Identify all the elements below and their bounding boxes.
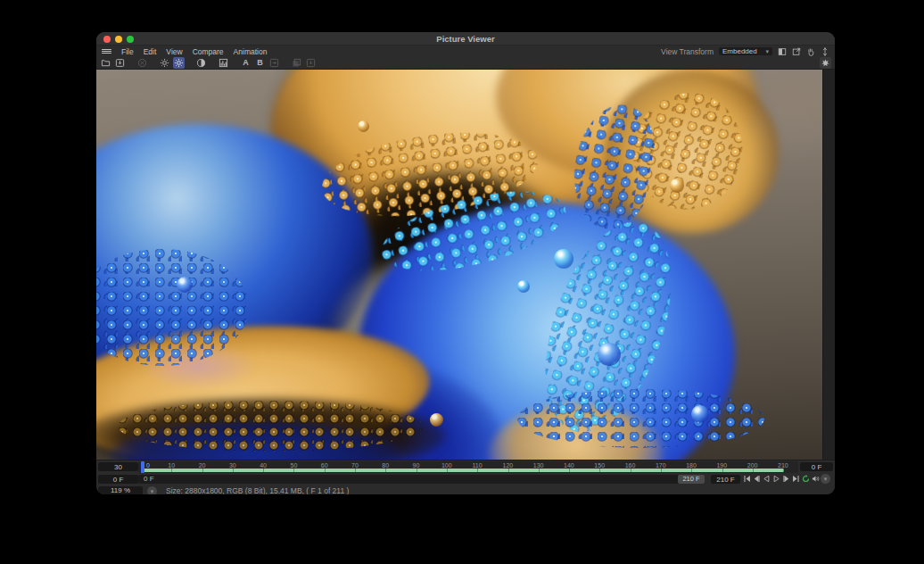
toolbar: A B [96, 56, 835, 70]
hamburger-menu-icon[interactable] [102, 47, 111, 55]
ruler-right-field[interactable]: 0 F [800, 462, 833, 471]
split-view-icon[interactable] [778, 47, 787, 56]
ruler-tick: 100 [441, 462, 452, 469]
contrast-button[interactable] [195, 57, 207, 69]
compare-b-button[interactable]: B [254, 57, 266, 69]
render-bubbles-blue-bottom-right [517, 389, 764, 448]
render-big-bubble [598, 343, 621, 366]
save-image-button[interactable] [114, 57, 126, 69]
desktop-background: Picture Viewer File Edit View Compare An… [0, 0, 924, 564]
ruler-tick: 140 [564, 462, 574, 469]
step-back-button[interactable] [752, 475, 761, 484]
paste-image-icon [305, 57, 317, 69]
ruler-tick: 200 [747, 462, 758, 469]
compare-a-button[interactable]: A [240, 57, 252, 69]
ruler-tick: 20 [199, 462, 206, 469]
render-big-bubble [430, 413, 443, 427]
open-folder-button[interactable] [100, 57, 111, 69]
timeline-range-bar[interactable] [141, 469, 784, 472]
ruler-tick: 210 [778, 462, 788, 469]
range-end-handle[interactable]: 210 F [678, 475, 705, 484]
render-big-bubble [554, 249, 573, 269]
playhead[interactable] [141, 461, 144, 473]
ruler-tick: 160 [625, 462, 636, 469]
ruler-tick: 110 [472, 462, 482, 469]
timeline-ruler[interactable]: 0102030405060708090100110120130140150160… [138, 461, 798, 473]
ruler-tick: 30 [229, 462, 236, 469]
window-title: Picture Viewer [96, 34, 835, 44]
image-info-text: Size: 2880x1800, RGB (8 Bit), 15.41 MB, … [166, 486, 349, 494]
open-window-icon[interactable] [792, 47, 801, 56]
ruler-tick: 90 [413, 462, 420, 469]
chevron-down-icon [151, 487, 154, 495]
menubar-right-group: View Transform Embedded [661, 47, 829, 56]
fps-field[interactable]: 30 [98, 462, 138, 471]
chevron-down-icon [824, 475, 828, 483]
view-transform-value: Embedded [722, 47, 757, 55]
stop-render-button [136, 57, 148, 69]
ruler-tick: 80 [382, 462, 389, 469]
ruler-tick: 60 [321, 462, 328, 469]
ruler-tick: 120 [503, 462, 514, 469]
render-big-bubble [177, 277, 193, 293]
timeline-panel: 30 0102030405060708090100110120130140150… [96, 460, 835, 494]
ruler-tick: 40 [260, 462, 267, 469]
sound-icon[interactable] [811, 475, 820, 484]
viewport-canvas[interactable] [96, 70, 822, 460]
sparkle-icon[interactable] [820, 57, 831, 69]
play-backward-button[interactable] [762, 475, 771, 484]
goto-end-button[interactable] [791, 475, 800, 484]
range-slider[interactable]: 0 F 210 F [138, 475, 705, 484]
histogram-button[interactable] [218, 57, 229, 69]
transport-controls [742, 475, 830, 484]
render-bubbles-amber-bottom [118, 401, 423, 452]
canvas-right-gutter [822, 70, 835, 460]
pan-hand-icon[interactable] [806, 47, 815, 56]
loop-playback-icon[interactable] [801, 475, 810, 484]
zoom-dropdown-button[interactable] [147, 486, 157, 495]
range-start-label: 0 F [138, 475, 154, 483]
menu-animation[interactable]: Animation [234, 47, 268, 56]
swap-ab-icon [268, 57, 280, 69]
menu-file[interactable]: File [121, 47, 134, 56]
ruler-tick: 10 [168, 462, 175, 469]
view-transform-label: View Transform [661, 47, 714, 56]
play-forward-button[interactable] [771, 475, 780, 484]
view-transform-select[interactable]: Embedded [719, 47, 772, 55]
goto-start-button[interactable] [742, 475, 751, 484]
ruler-tick: 180 [686, 462, 697, 469]
titlebar[interactable]: Picture Viewer [96, 32, 835, 46]
ruler-tick: 0 [146, 462, 150, 469]
ruler-tick: 70 [351, 462, 359, 469]
ruler-tick: 50 [290, 462, 297, 469]
render-big-bubble [358, 120, 369, 132]
chevron-down-icon [765, 47, 769, 55]
menu-view[interactable]: View [166, 47, 182, 56]
ruler-tick: 190 [716, 462, 727, 469]
playback-options-dropdown[interactable] [821, 474, 830, 484]
render-big-bubble [517, 280, 530, 293]
ruler-tick: 150 [594, 462, 605, 469]
current-frame-field[interactable]: 0 F [98, 475, 138, 484]
menu-bar: File Edit View Compare Animation View Tr… [96, 46, 835, 56]
copy-image-icon [291, 57, 302, 69]
end-frame-field[interactable]: 210 F [711, 475, 740, 484]
ruler-tick: 130 [533, 462, 544, 469]
filter-gear-button[interactable] [173, 57, 185, 69]
zoom-level-field[interactable]: 119 % [98, 486, 143, 495]
dock-arrows-icon[interactable] [821, 47, 829, 56]
menu-compare[interactable]: Compare [193, 47, 224, 56]
menu-edit[interactable]: Edit [144, 47, 157, 56]
ruler-tick: 170 [656, 462, 666, 469]
picture-viewer-window: Picture Viewer File Edit View Compare An… [96, 32, 835, 494]
step-forward-button[interactable] [781, 475, 790, 484]
display-settings-gear-button[interactable] [159, 57, 170, 69]
